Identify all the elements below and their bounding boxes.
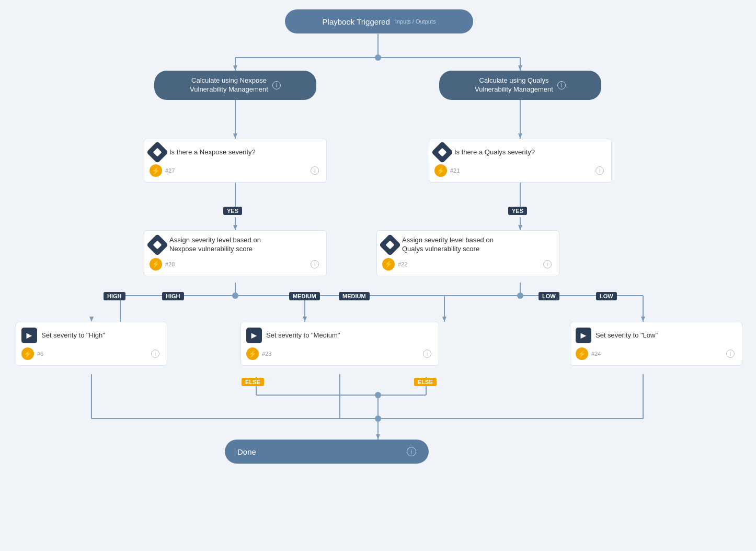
qualys-assign-footer: ⚡ #22 i	[382, 258, 552, 271]
qualys-cond-lightning-icon: ⚡	[434, 164, 447, 177]
medium-label-nexpose: MEDIUM	[289, 292, 320, 300]
svg-marker-40	[233, 65, 237, 71]
nexpose-cond-lightning-icon: ⚡	[150, 164, 162, 177]
diamond-inner2	[438, 148, 447, 157]
set-high-footer: ⚡ #6 i	[21, 347, 159, 360]
set-medium-arrow-icon: ►	[246, 328, 262, 343]
set-low-card[interactable]: ► Set severity to "Low" ⚡ #24 i	[570, 322, 742, 366]
done-node[interactable]: Done i	[225, 440, 429, 464]
qualys-calc-node[interactable]: Calculate using Qualys Vulnerability Man…	[439, 71, 601, 100]
done-label: Done	[237, 447, 256, 456]
nexpose-cond-diamond-icon	[146, 141, 168, 163]
nexpose-calc-label: Calculate using Nexpose Vulnerability Ma…	[190, 76, 268, 94]
nexpose-calc-node[interactable]: Calculate using Nexpose Vulnerability Ma…	[154, 71, 316, 100]
high-label-nexpose: HIGH	[104, 292, 125, 300]
set-high-info-icon[interactable]: i	[151, 350, 159, 358]
qualys-calc-info-icon[interactable]: i	[557, 81, 566, 89]
diamond-inner	[153, 148, 162, 157]
qualys-cond-title: Is there a Qualys severity?	[454, 148, 604, 157]
set-medium-footer: ⚡ #23 i	[246, 347, 431, 360]
nexpose-assign-diamond-icon	[146, 234, 168, 256]
nexpose-cond-info-icon[interactable]: i	[311, 166, 319, 175]
diamond-inner4	[386, 240, 395, 249]
set-low-info-icon[interactable]: i	[726, 350, 735, 358]
set-high-header: ► Set severity to "High"	[21, 328, 159, 343]
junction-bottom	[375, 415, 381, 422]
qualys-cond-header: Is there a Qualys severity?	[434, 144, 604, 160]
svg-marker-45	[518, 225, 522, 230]
qualys-assign-header: Assign severity level based on Qualys vu…	[382, 236, 552, 254]
svg-marker-48	[442, 317, 446, 322]
nexpose-assign-card[interactable]: Assign severity level based on Nexpose v…	[144, 230, 327, 276]
qualys-cond-task-num: #21	[450, 167, 592, 174]
set-high-task-num: #6	[37, 351, 148, 357]
qualys-cond-diamond-icon	[431, 141, 453, 163]
set-medium-title: Set severity to "Medium"	[266, 331, 431, 340]
nexpose-assign-title: Assign severity level based on Nexpose v…	[169, 236, 319, 254]
nexpose-yes-label: YES	[223, 207, 242, 215]
set-medium-header: ► Set severity to "Medium"	[246, 328, 431, 343]
set-high-lightning-icon: ⚡	[21, 347, 34, 360]
set-high-card[interactable]: ► Set severity to "High" ⚡ #6 i	[16, 322, 167, 366]
nexpose-cond-task-num: #27	[165, 167, 307, 174]
nexpose-calc-info-icon[interactable]: i	[272, 81, 281, 89]
junction-top	[375, 54, 381, 61]
set-medium-info-icon[interactable]: i	[423, 350, 431, 358]
set-low-footer: ⚡ #24 i	[576, 347, 735, 360]
svg-marker-44	[233, 225, 237, 230]
qualys-yes-label: YES	[508, 207, 527, 215]
nexpose-cond-title: Is there a Nexpose severity?	[169, 148, 319, 157]
set-high-title: Set severity to "High"	[41, 331, 159, 340]
svg-marker-42	[233, 133, 237, 139]
trigger-label: Playbook Triggered	[323, 17, 390, 26]
nexpose-cond-footer: ⚡ #27 i	[150, 164, 319, 177]
nexpose-assign-task-num: #28	[165, 261, 307, 267]
set-low-title: Set severity to "Low"	[595, 331, 735, 340]
qualys-cond-footer: ⚡ #21 i	[434, 164, 604, 177]
set-medium-card[interactable]: ► Set severity to "Medium" ⚡ #23 i	[240, 322, 439, 366]
junction-else	[375, 392, 381, 398]
qualys-assign-info-icon[interactable]: i	[543, 260, 552, 268]
qualys-condition-card[interactable]: Is there a Qualys severity? ⚡ #21 i	[429, 139, 612, 183]
junction-nexpose-bottom	[232, 293, 238, 299]
set-low-lightning-icon: ⚡	[576, 347, 588, 360]
set-low-arrow-icon: ►	[576, 328, 591, 343]
nexpose-assign-lightning-icon: ⚡	[150, 258, 162, 271]
svg-marker-46	[89, 317, 94, 322]
nexpose-assign-info-icon[interactable]: i	[311, 260, 319, 268]
svg-marker-43	[518, 133, 522, 139]
qualys-calc-label: Calculate using Qualys Vulnerability Man…	[475, 76, 553, 94]
qualys-assign-diamond-icon	[379, 234, 401, 256]
svg-marker-47	[303, 317, 307, 322]
low-label-nexpose: LOW	[539, 292, 559, 300]
set-high-arrow-icon: ►	[21, 328, 37, 343]
else-label-qualys: ELSE	[414, 378, 437, 386]
high-label-qualys: HIGH	[162, 292, 184, 300]
svg-marker-41	[518, 65, 522, 71]
junction-qualys-bottom	[517, 293, 523, 299]
playbook-canvas: Playbook Triggered Inputs / Outputs Calc…	[0, 0, 756, 551]
qualys-assign-title: Assign severity level based on Qualys vu…	[402, 236, 552, 254]
low-label-qualys: LOW	[596, 292, 617, 300]
qualys-assign-lightning-icon: ⚡	[382, 258, 395, 271]
set-low-task-num: #24	[591, 351, 723, 357]
set-medium-lightning-icon: ⚡	[246, 347, 259, 360]
svg-marker-50	[376, 434, 380, 440]
svg-marker-49	[641, 317, 645, 322]
nexpose-assign-header: Assign severity level based on Nexpose v…	[150, 236, 319, 254]
qualys-assign-card[interactable]: Assign severity level based on Qualys vu…	[376, 230, 559, 276]
nexpose-assign-footer: ⚡ #28 i	[150, 258, 319, 271]
nexpose-cond-header: Is there a Nexpose severity?	[150, 144, 319, 160]
qualys-assign-task-num: #22	[398, 261, 540, 267]
nexpose-condition-card[interactable]: Is there a Nexpose severity? ⚡ #27 i	[144, 139, 327, 183]
trigger-io-label[interactable]: Inputs / Outputs	[395, 18, 436, 25]
qualys-cond-info-icon[interactable]: i	[595, 166, 604, 175]
diamond-inner3	[153, 240, 162, 249]
trigger-node[interactable]: Playbook Triggered Inputs / Outputs	[285, 9, 473, 33]
medium-label-qualys: MEDIUM	[339, 292, 370, 300]
set-low-header: ► Set severity to "Low"	[576, 328, 735, 343]
set-medium-task-num: #23	[262, 351, 420, 357]
done-info-icon[interactable]: i	[407, 447, 416, 456]
else-label-nexpose: ELSE	[242, 378, 264, 386]
